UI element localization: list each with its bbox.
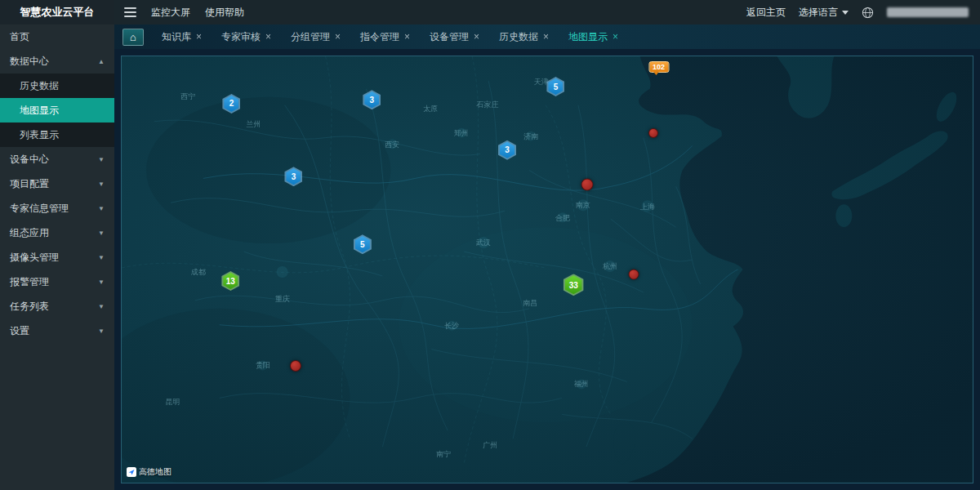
map-canvas[interactable]: 西宁兰州太原石家庄天津济南郑州西安武汉合肥南京上海杭州南昌长沙重庆成都贵阳昆明福… [121, 56, 973, 483]
tab-label: 知识库 [162, 30, 191, 44]
marker-cluster-blue[interactable]: 5 [354, 234, 372, 254]
tab-close-icon[interactable]: × [196, 31, 202, 42]
marker-cluster-blue[interactable]: 3 [284, 167, 302, 186]
cluster-hexagon: 13 [221, 271, 239, 291]
caret-down-icon: ▼ [98, 156, 105, 163]
app-title: 智慧农业云平台 [0, 0, 114, 24]
caret-down-icon: ▼ [98, 180, 105, 188]
cluster-hexagon: 3 [363, 90, 381, 109]
topnav-help[interactable]: 使用帮助 [205, 6, 244, 20]
sidebar-subitem-list-display[interactable]: 列表显示 [0, 122, 114, 147]
marker-cluster-blue[interactable]: 5 [546, 77, 564, 96]
sidebar-item-alarm-mgmt[interactable]: 报警管理▼ [0, 270, 114, 294]
tab-close-icon[interactable]: × [265, 31, 271, 42]
sidebar-item-project-config[interactable]: 项目配置▼ [0, 172, 114, 196]
tab-label: 设备管理 [430, 30, 469, 44]
caret-down-icon: ▼ [98, 229, 105, 237]
topnav-monitor-screen[interactable]: 监控大屏 [151, 6, 190, 20]
tab-close-icon[interactable]: × [612, 31, 618, 42]
caret-down-icon: ▼ [98, 254, 105, 261]
marker-dot-red[interactable] [581, 179, 593, 191]
sidebar-subitem-map-display[interactable]: 地图显示 [0, 98, 114, 122]
tab-knowledge-base[interactable]: 知识库× [152, 24, 212, 49]
sidebar-item-expert-info-mgmt[interactable]: 专家信息管理▼ [0, 196, 114, 220]
sidebar: 智慧农业云平台 首页数据中心▲历史数据地图显示列表显示设备中心▼项目配置▼专家信… [0, 0, 114, 490]
tab-group-mgmt[interactable]: 分组管理× [281, 24, 350, 49]
tab-label: 分组管理 [291, 30, 330, 44]
sidebar-subitem-history-data[interactable]: 历史数据 [0, 74, 114, 98]
sidebar-item-label: 项目配置 [10, 177, 49, 191]
cluster-count: 5 [548, 78, 563, 95]
sidebar-item-label: 报警管理 [10, 275, 49, 289]
cluster-hexagon: 3 [284, 167, 302, 186]
amap-logo: 高德地图 [127, 466, 172, 478]
app-root: 智慧农业云平台 首页数据中心▲历史数据地图显示列表显示设备中心▼项目配置▼专家信… [0, 0, 980, 490]
marker-cluster-blue[interactable]: 2 [222, 94, 240, 114]
cluster-hexagon: 2 [222, 94, 240, 114]
back-home-link[interactable]: 返回主页 [746, 6, 786, 20]
amap-logo-icon [127, 467, 136, 477]
tab-expert-review[interactable]: 专家审核× [212, 24, 281, 49]
marker-cluster-green[interactable]: 13 [221, 271, 239, 291]
topnav: 监控大屏使用帮助 [151, 6, 244, 20]
home-icon: ⌂ [130, 31, 136, 43]
top-bar: 监控大屏使用帮助 返回主页 选择语言 [114, 0, 980, 24]
username-redacted [887, 7, 969, 17]
sidebar-item-label: 设备中心 [10, 153, 49, 167]
tab-close-icon[interactable]: × [404, 31, 410, 42]
sidebar-item-label: 数据中心 [10, 55, 49, 69]
caret-down-icon: ▼ [98, 327, 105, 335]
sidebar-item-label: 任务列表 [10, 300, 49, 314]
sidebar-item-device-center[interactable]: 设备中心▼ [0, 147, 114, 172]
cluster-count: 5 [355, 236, 370, 252]
tab-close-icon[interactable]: × [335, 31, 341, 42]
tab-bar: ⌂ 知识库×专家审核×分组管理×指令管理×设备管理×历史数据×地图显示× [114, 24, 980, 49]
sidebar-nav: 首页数据中心▲历史数据地图显示列表显示设备中心▼项目配置▼专家信息管理▼组态应用… [0, 24, 114, 343]
cluster-count: 33 [565, 275, 582, 294]
tab-close-icon[interactable]: × [543, 31, 549, 42]
sidebar-item-label: 专家信息管理 [10, 202, 69, 216]
topbar-left: 监控大屏使用帮助 [114, 6, 244, 20]
marker-dot-red[interactable] [629, 269, 639, 279]
sidebar-item-home[interactable]: 首页 [0, 24, 114, 49]
sidebar-item-label: 设置 [10, 324, 29, 338]
tab-label: 指令管理 [360, 30, 399, 44]
cluster-hexagon: 3 [498, 140, 516, 160]
sidebar-item-settings[interactable]: 设置▼ [0, 318, 114, 343]
sidebar-item-scada-app[interactable]: 组态应用▼ [0, 220, 114, 245]
tab-label: 历史数据 [499, 30, 538, 44]
marker-dot-red[interactable] [648, 128, 658, 138]
cluster-count: 3 [286, 168, 301, 185]
topbar-right: 返回主页 选择语言 [746, 6, 980, 20]
tab-close-icon[interactable]: × [474, 31, 479, 42]
tab-label: 专家审核 [221, 30, 261, 44]
tab-history-data[interactable]: 历史数据× [489, 24, 559, 49]
marker-cluster-blue[interactable]: 3 [498, 140, 516, 160]
hamburger-icon[interactable] [124, 7, 136, 17]
caret-down-icon: ▼ [98, 303, 105, 310]
language-label: 选择语言 [799, 6, 838, 20]
tab-map-display[interactable]: 地图显示× [559, 24, 628, 49]
sidebar-item-camera-mgmt[interactable]: 摄像头管理▼ [0, 245, 114, 270]
cluster-count: 3 [364, 91, 379, 108]
marker-dot-red[interactable] [290, 360, 301, 372]
cluster-count: 2 [224, 96, 238, 112]
sidebar-item-task-list[interactable]: 任务列表▼ [0, 294, 114, 318]
sidebar-subitem-label: 历史数据 [20, 79, 59, 93]
tab-device-mgmt[interactable]: 设备管理× [420, 24, 489, 49]
tab-command-mgmt[interactable]: 指令管理× [350, 24, 420, 49]
amap-logo-text: 高德地图 [139, 466, 172, 478]
language-select[interactable]: 选择语言 [799, 6, 849, 20]
globe-icon[interactable] [862, 7, 874, 19]
marker-cluster-green[interactable]: 33 [564, 274, 584, 296]
marker-badge-orange[interactable]: 102 [648, 61, 669, 73]
marker-cluster-blue[interactable]: 3 [363, 90, 381, 109]
content-area: 西宁兰州太原石家庄天津济南郑州西安武汉合肥南京上海杭州南昌长沙重庆成都贵阳昆明福… [114, 49, 980, 490]
home-tab-button[interactable]: ⌂ [122, 29, 144, 46]
sidebar-item-label: 首页 [10, 30, 29, 44]
sidebar-subitem-label: 地图显示 [20, 104, 59, 118]
tab-label: 地图显示 [568, 30, 608, 44]
sidebar-item-label: 摄像头管理 [10, 251, 59, 265]
caret-down-icon: ▼ [98, 278, 105, 286]
sidebar-item-data-center[interactable]: 数据中心▲ [0, 49, 114, 74]
